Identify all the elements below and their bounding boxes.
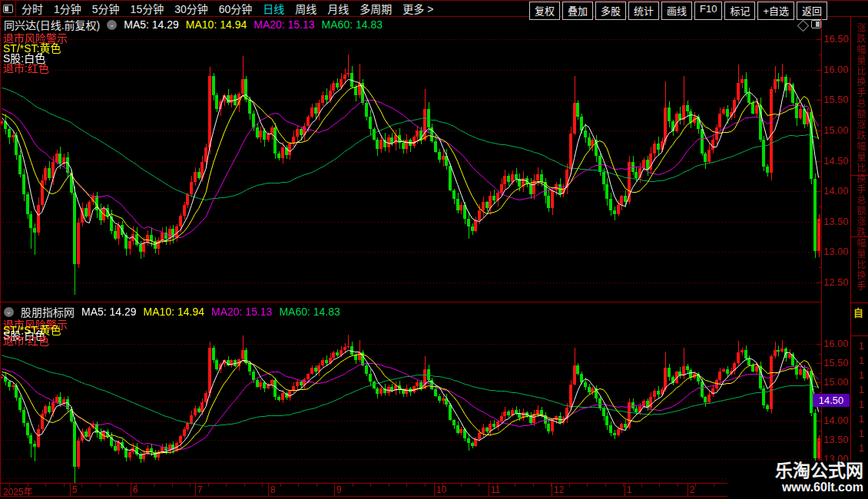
date-label: 2025年 — [3, 484, 33, 497]
axis-tick — [817, 459, 821, 460]
week-tick — [551, 484, 552, 487]
toolbar-button-标记[interactable]: 标记 — [724, 2, 755, 20]
month-separator — [624, 484, 625, 496]
axis-tick — [817, 222, 821, 223]
week-tick — [714, 484, 714, 487]
toolbar-button-画线[interactable]: 画线 — [661, 2, 692, 20]
axis-tick — [819, 55, 821, 55]
week-tick — [659, 484, 660, 487]
clipped-price-digit: 1 — [859, 398, 864, 410]
period-tab-更多 >[interactable]: 更多 > — [403, 1, 433, 16]
axis-tick — [817, 344, 821, 345]
axis-tick — [817, 382, 821, 383]
axis-tick — [817, 131, 821, 131]
week-tick — [370, 484, 371, 487]
clipped-side-panel[interactable]: 涨跌幅量比换手总额涨跌幅量比换手总额涨跌幅量比换手 自 11111111 — [851, 17, 868, 482]
ma10-value: MA10: 14.94 — [186, 18, 247, 31]
week-tick — [641, 484, 642, 487]
week-tick — [81, 484, 82, 487]
clipped-price-digit: 1 — [859, 355, 864, 366]
date-label: 9 — [336, 484, 342, 495]
clipped-text-column: 涨跌幅量比换手总额涨跌幅量比换手总额涨跌幅量比换手 — [854, 23, 867, 299]
clipped-price-digit: 1 — [859, 413, 864, 425]
price-axis-label: 13.50 — [823, 216, 850, 227]
panel-divider — [0, 302, 821, 302]
main-candlestick-chart[interactable] — [0, 31, 820, 302]
watchlist-badge: 自 — [853, 305, 863, 319]
period-tab-月线[interactable]: 月线 — [327, 1, 349, 16]
strip-divider — [851, 302, 868, 303]
period-tab-周线[interactable]: 周线 — [295, 1, 316, 16]
period-tab-1分钟[interactable]: 1分钟 — [54, 1, 81, 16]
period-tab-分时[interactable]: 分时 — [22, 1, 43, 16]
toolbar-button-多股[interactable]: 多股 — [595, 2, 626, 20]
price-axis-line — [821, 17, 822, 483]
toolbar-button-统计[interactable]: 统计 — [628, 2, 659, 20]
current-price-tag: 14.50 — [813, 394, 850, 407]
diamond-marker-icon[interactable] — [797, 20, 810, 32]
week-tick — [353, 484, 353, 487]
price-axis-label: 15.50 — [823, 357, 850, 368]
period-tab-5分钟[interactable]: 5分钟 — [92, 1, 120, 16]
axis-tick — [819, 115, 821, 116]
period-tab-15分钟[interactable]: 15分钟 — [131, 1, 164, 16]
strip-divider — [851, 335, 868, 336]
price-axis-label: 14.50 — [823, 155, 850, 167]
toolbar-button-+自选[interactable]: +自选 — [757, 2, 794, 20]
month-separator — [434, 484, 435, 496]
week-tick — [334, 484, 335, 487]
week-tick — [262, 484, 263, 487]
week-tick — [406, 484, 407, 487]
pane-split-icon[interactable] — [811, 20, 821, 28]
week-tick — [316, 484, 317, 487]
date-label: 11 — [491, 484, 500, 495]
ma60-value: MA60: 14.83 — [322, 18, 383, 31]
period-tab-60分钟[interactable]: 60分钟 — [219, 1, 253, 16]
clipped-price-digit: 1 — [859, 340, 864, 352]
indicator-candlestick-chart[interactable] — [0, 304, 820, 483]
month-separator — [489, 484, 489, 496]
toolbar-button-叠加[interactable]: 叠加 — [562, 2, 593, 20]
axis-tick — [819, 146, 821, 147]
watermark: 乐淘公式网 www.60lt.com — [727, 461, 868, 499]
date-label: 1 — [627, 484, 632, 495]
date-label: 12 — [554, 484, 564, 495]
week-tick — [100, 484, 101, 487]
period-toolbar: 分时1分钟5分钟15分钟30分钟60分钟日线周线月线多周期更多 > 复权叠加多股… — [0, 0, 868, 17]
week-tick — [389, 484, 389, 487]
axis-tick — [817, 283, 821, 283]
toolbar-button-复权[interactable]: 复权 — [529, 2, 560, 20]
bottom-panel-header: ⌄ 股朋指标网 MA5: 14.29 MA10: 14.94 MA20: 15.… — [4, 305, 340, 319]
week-tick — [208, 484, 209, 487]
week-tick — [45, 484, 46, 487]
month-separator — [268, 484, 269, 496]
week-tick — [533, 484, 534, 487]
watermark-url: www.60lt.com — [727, 481, 863, 494]
period-tab-日线[interactable]: 日线 — [263, 1, 284, 16]
period-tab-30分钟[interactable]: 30分钟 — [174, 1, 208, 16]
date-axis[interactable]: 2025年5678910111212 — [0, 483, 851, 497]
axis-tick — [817, 252, 821, 253]
ma5-value: MA5: 14.29 — [81, 306, 137, 318]
week-tick — [678, 484, 678, 487]
axis-tick — [817, 39, 821, 40]
date-label: 6 — [133, 484, 138, 495]
stock-title: 同兴达(日线.前复权) — [4, 17, 100, 32]
week-tick — [623, 484, 624, 487]
price-axis-label: 16.00 — [823, 64, 850, 75]
chevron-down-icon[interactable]: ⌄ — [4, 307, 14, 317]
clipped-price-digit: 1 — [859, 369, 864, 381]
week-tick — [118, 484, 118, 487]
week-tick — [569, 484, 570, 487]
window-layout-button[interactable] — [0, 1, 16, 16]
toolbar-button-返回[interactable]: 返回 — [797, 2, 827, 20]
period-tab-多周期[interactable]: 多周期 — [359, 1, 392, 16]
axis-tick — [819, 207, 821, 207]
chevron-down-icon[interactable]: ⌄ — [107, 20, 117, 30]
toolbar-button-F10[interactable]: F10 — [694, 2, 722, 20]
price-axis-label: 14.00 — [823, 185, 850, 197]
month-separator — [195, 484, 196, 496]
ma5-value: MA5: 14.29 — [124, 18, 179, 31]
price-axis-label: 14.00 — [823, 415, 850, 426]
top-panel-header: 同兴达(日线.前复权) ⌄ MA5: 14.29 MA10: 14.94 MA2… — [4, 18, 383, 31]
